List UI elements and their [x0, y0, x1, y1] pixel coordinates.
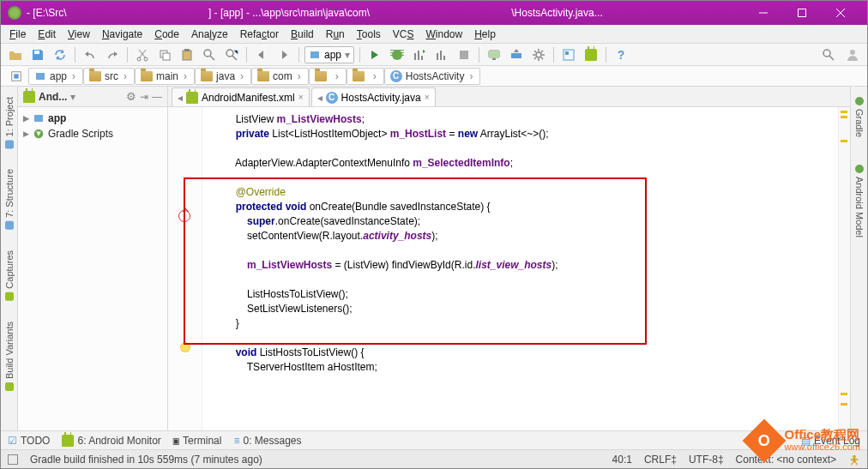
hide-icon[interactable]: — [152, 91, 162, 103]
android-icon [23, 91, 35, 103]
svg-rect-0 [799, 9, 806, 17]
messages-tab[interactable]: ≡0: Messages [233, 435, 301, 447]
override-marker-icon[interactable] [178, 210, 190, 222]
file-encoding[interactable]: UTF-8‡ [689, 454, 724, 466]
paste-button[interactable] [178, 45, 196, 64]
debug-button[interactable] [388, 45, 407, 64]
menu-build[interactable]: Build [286, 27, 319, 42]
line-separator[interactable]: CRLF‡ [644, 454, 677, 466]
status-message: Gradle build finished in 10s 559ms (7 mi… [30, 454, 262, 466]
help-button[interactable]: ? [612, 45, 630, 64]
profile-button[interactable] [410, 45, 429, 64]
terminal-tab[interactable]: ▣Terminal [173, 435, 222, 447]
menu-file[interactable]: File [4, 27, 31, 42]
right-tab[interactable]: Gradle [853, 92, 866, 142]
bug-icon [392, 50, 402, 60]
menu-edit[interactable]: Edit [33, 27, 61, 42]
project-tree[interactable]: ▶app▶Gradle Scripts [18, 107, 167, 145]
open-button[interactable] [6, 45, 25, 64]
menu-bar: FileEditViewNavigateCodeAnalyzeRefactorB… [1, 25, 867, 44]
close-tab-icon[interactable]: × [425, 93, 430, 102]
status-icon[interactable] [8, 454, 18, 465]
close-tab-icon[interactable]: × [298, 93, 304, 102]
gear-icon[interactable]: ⚙ [126, 90, 136, 103]
redo-button[interactable] [103, 45, 122, 64]
cut-button[interactable] [133, 45, 152, 64]
breadcrumb-segment[interactable]: src [83, 68, 135, 85]
svg-rect-12 [489, 51, 499, 57]
menu-tools[interactable]: Tools [352, 27, 386, 42]
left-tab[interactable]: 1: Project [3, 92, 16, 153]
save-all-button[interactable] [28, 45, 47, 64]
undo-button[interactable] [81, 45, 99, 64]
android-profiler-button[interactable] [582, 45, 600, 64]
attach-debugger-button[interactable] [432, 45, 451, 64]
breadcrumb-segment[interactable]: app [28, 68, 83, 85]
left-tool-strip: 1: Project7: StructureCapturesBuild Vari… [1, 87, 18, 430]
layout-inspector-button[interactable] [559, 45, 578, 64]
context-label[interactable]: Context: <no context> [736, 454, 836, 466]
menu-analyze[interactable]: Analyze [186, 27, 233, 42]
search-everywhere-button[interactable] [819, 45, 838, 64]
project-node[interactable]: ▶app [23, 111, 162, 126]
run-config-selector[interactable]: app ▾ [304, 46, 354, 63]
error-stripe[interactable] [838, 107, 850, 430]
sdk-manager-button[interactable] [507, 45, 526, 64]
left-tab[interactable]: 7: Structure [3, 164, 16, 235]
caret-position[interactable]: 40:1 [612, 454, 632, 466]
breadcrumb-segment[interactable]: com [251, 68, 309, 85]
breadcrumb-segment[interactable]: CHostsActivity [384, 68, 481, 85]
editor-gutter[interactable] [168, 107, 202, 430]
settings-button[interactable] [529, 45, 548, 64]
intention-bulb-icon[interactable] [180, 342, 190, 352]
menu-navigate[interactable]: Navigate [97, 27, 148, 42]
run-button[interactable] [365, 45, 384, 64]
code-editor[interactable]: ListView m_ListViewHosts; private List<L… [202, 107, 838, 430]
user-icon[interactable] [843, 45, 862, 64]
svg-rect-5 [163, 53, 170, 60]
android-monitor-tab[interactable]: 6: Android Monitor [62, 435, 160, 447]
svg-rect-21 [14, 74, 18, 78]
todo-tab[interactable]: ☑TODO [8, 435, 50, 447]
close-button[interactable] [822, 1, 860, 25]
menu-view[interactable]: View [63, 27, 95, 42]
project-node[interactable]: ▶Gradle Scripts [23, 126, 162, 141]
find-button[interactable] [200, 45, 219, 64]
event-log-tab[interactable]: ▤Event Log [801, 435, 860, 447]
inspector-icon[interactable] [848, 454, 860, 466]
svg-point-8 [204, 50, 211, 57]
breadcrumb-segment[interactable] [309, 68, 347, 85]
menu-refactor[interactable]: Refactor [235, 27, 284, 42]
replace-button[interactable] [222, 45, 241, 64]
editor-tabs: ◂AndroidManifest.xml×◂CHostsActivity.jav… [168, 87, 850, 107]
menu-vcs[interactable]: VCS [388, 27, 419, 42]
breadcrumb-segment[interactable]: java [195, 68, 251, 85]
forward-button[interactable] [274, 45, 293, 64]
breadcrumb-segment[interactable] [347, 68, 384, 85]
left-tab[interactable]: Build Variants [3, 316, 16, 396]
menu-help[interactable]: Help [469, 27, 501, 42]
svg-rect-6 [183, 51, 191, 60]
editor-tab[interactable]: ◂CHostsActivity.java× [311, 87, 436, 106]
right-tab[interactable]: Android Model [853, 159, 866, 243]
sync-button[interactable] [51, 45, 69, 64]
copy-button[interactable] [155, 45, 174, 64]
svg-point-23 [853, 454, 856, 458]
maximize-button[interactable] [783, 1, 822, 25]
avd-manager-button[interactable] [485, 45, 503, 64]
menu-code[interactable]: Code [149, 27, 184, 42]
menu-run[interactable]: Run [321, 27, 350, 42]
project-panel-header[interactable]: And... ▾ ⚙ ⇥ — [18, 87, 167, 107]
nav-home[interactable] [4, 68, 28, 85]
menu-window[interactable]: Window [421, 27, 468, 42]
svg-rect-7 [184, 49, 190, 51]
right-tool-strip: GradleAndroid Model [850, 87, 867, 430]
minimize-button[interactable] [744, 1, 783, 25]
breadcrumb-segment[interactable]: main [135, 68, 195, 85]
left-tab[interactable]: Captures [3, 245, 16, 306]
back-button[interactable] [252, 45, 271, 64]
title-prefix: - [E:\Src\ [27, 7, 67, 19]
stop-button[interactable] [455, 45, 473, 64]
collapse-icon[interactable]: ⇥ [140, 91, 148, 103]
editor-tab[interactable]: ◂AndroidManifest.xml× [172, 87, 310, 106]
